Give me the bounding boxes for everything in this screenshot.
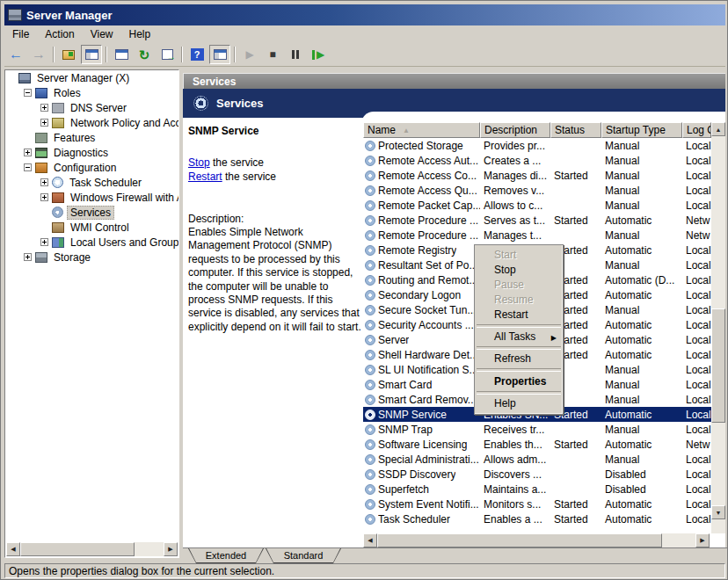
roles-icon <box>35 88 47 98</box>
horizontal-scrollbar[interactable]: ◀ ▶ <box>363 533 710 547</box>
expand-plus-icon[interactable] <box>40 238 48 246</box>
pause-service-button[interactable] <box>285 45 306 64</box>
table-row-software-licensing[interactable]: Software LicensingEnables th...StartedAu… <box>363 437 711 452</box>
help-button[interactable]: ? <box>186 45 207 64</box>
table-row-snmp-trap[interactable]: SNMP TrapReceives tr...ManualLocal <box>363 422 711 437</box>
scroll-right-icon[interactable]: ▶ <box>695 533 710 547</box>
toolbar-separator <box>106 47 107 62</box>
expand-plus-icon[interactable] <box>40 178 48 186</box>
tree-item-dns-server[interactable]: DNS Server <box>5 100 178 115</box>
table-row-remote-access-co[interactable]: Remote Access Co...Manages di...StartedM… <box>363 168 711 183</box>
cell-name: SSDP Discovery <box>363 468 480 481</box>
column-header-name[interactable]: Name▲ <box>363 122 480 138</box>
scroll-up-icon[interactable]: ▲ <box>711 122 725 136</box>
back-button[interactable]: ← <box>5 45 26 64</box>
cell-description: Provides pr... <box>480 140 550 152</box>
export-list-button[interactable] <box>157 45 178 64</box>
table-row-remote-procedure[interactable]: Remote Procedure ...Manages t...ManualNe… <box>363 228 711 243</box>
cell-startup: Automatic <box>601 319 682 331</box>
cell-description: Allows adm... <box>480 453 550 466</box>
properties-window-button[interactable] <box>111 45 132 64</box>
table-row-superfetch[interactable]: SuperfetchMaintains a...DisabledLocal <box>363 482 711 497</box>
restart-service-link[interactable]: Restart <box>188 170 222 183</box>
expand-minus-icon[interactable] <box>24 163 32 171</box>
table-row-protected-storage[interactable]: Protected StorageProvides pr...ManualLoc… <box>363 138 711 153</box>
table-row-special-administrati[interactable]: Special Administrati...Allows adm...Manu… <box>363 452 711 467</box>
up-folder-button[interactable] <box>58 45 79 64</box>
tree-item-server-manager-x[interactable]: Server Manager (X) <box>5 70 178 85</box>
table-row-remote-procedure[interactable]: Remote Procedure ...Serves as t...Starte… <box>363 213 711 228</box>
context-menu-item-stop[interactable]: Stop <box>475 263 563 278</box>
cell-logon: Local <box>682 424 711 436</box>
expand-plus-icon[interactable] <box>40 119 48 127</box>
restart-service-button[interactable]: ▶ <box>308 45 329 64</box>
expand-plus-icon[interactable] <box>40 193 48 201</box>
title-bar[interactable]: Server Manager <box>4 4 725 25</box>
column-header-status[interactable]: Status <box>550 122 601 138</box>
scroll-thumb[interactable] <box>377 533 662 547</box>
service-gear-icon <box>365 230 375 241</box>
cell-startup: Manual <box>601 304 682 316</box>
menu-view[interactable]: View <box>83 26 121 42</box>
context-menu-item-restart[interactable]: Restart <box>475 308 563 323</box>
tab-standard[interactable]: Standard <box>266 548 341 563</box>
toolbar-separator <box>53 47 55 62</box>
tree-item-roles[interactable]: Roles <box>5 85 178 100</box>
table-row-task-scheduler[interactable]: Task SchedulerEnables a ...StartedAutoma… <box>363 511 711 526</box>
tab-extended[interactable]: Extended <box>188 548 264 563</box>
local-users-icon <box>52 237 64 248</box>
tree-item-network-policy-and-access[interactable]: Network Policy and Access <box>5 115 178 130</box>
tree-item-label: WMI Control <box>68 221 132 234</box>
expand-minus-icon[interactable] <box>24 89 32 97</box>
tree-item-wmi-control[interactable]: WMI Control <box>5 220 178 235</box>
context-menu-item-all-tasks[interactable]: All Tasks▶ <box>475 330 563 344</box>
stop-service-link[interactable]: Stop <box>188 156 210 169</box>
tree-item-windows-firewall-with-adva[interactable]: Windows Firewall with Adva <box>5 190 178 205</box>
menu-action[interactable]: Action <box>37 26 82 42</box>
context-menu-item-properties[interactable]: Properties <box>475 373 563 389</box>
context-menu-item-help[interactable]: Help <box>475 396 563 411</box>
tree-item-configuration[interactable]: Configuration <box>5 160 178 175</box>
table-row-remote-access-qu[interactable]: Remote Access Qu...Removes v...ManualLoc… <box>363 183 711 198</box>
tree-item-storage[interactable]: Storage <box>5 250 178 265</box>
scroll-left-icon[interactable]: ◀ <box>6 542 20 556</box>
table-row-system-event-notifi[interactable]: System Event Notifi...Monitors s...Start… <box>363 497 711 511</box>
scroll-down-icon[interactable]: ▼ <box>711 505 725 519</box>
menu-file[interactable]: File <box>4 26 37 42</box>
tree-item-features[interactable]: Features <box>5 130 178 145</box>
scroll-left-icon[interactable]: ◀ <box>363 533 377 547</box>
column-header-startup-type[interactable]: Startup Type <box>601 122 682 138</box>
scroll-thumb[interactable] <box>711 308 725 423</box>
cell-logon: Local <box>682 289 711 301</box>
submenu-arrow-icon: ▶ <box>551 330 557 345</box>
refresh-button[interactable]: ↻ <box>134 45 155 64</box>
menu-help[interactable]: Help <box>121 26 159 42</box>
tree-item-services[interactable]: Services <box>5 205 178 220</box>
start-service-icon: ▶ <box>245 48 253 61</box>
scroll-right-icon[interactable]: ▶ <box>164 542 178 556</box>
expand-plus-icon[interactable] <box>24 253 32 261</box>
cell-startup: Automatic <box>601 513 682 526</box>
scroll-thumb[interactable] <box>20 542 135 556</box>
table-row-remote-packet-cap[interactable]: Remote Packet Cap...Allows to c...Manual… <box>363 198 711 213</box>
status-bar: Opens the properties dialog box for the … <box>4 563 725 578</box>
tree-horizontal-scrollbar[interactable]: ◀ ▶ <box>6 542 178 556</box>
cell-logon: Local <box>682 199 711 212</box>
column-header-description[interactable]: Description <box>480 122 550 138</box>
expand-plus-icon[interactable] <box>24 149 32 156</box>
expand-plus-icon[interactable] <box>40 104 48 112</box>
service-gear-icon <box>365 305 375 315</box>
tree-item-local-users-and-groups[interactable]: Local Users and Groups <box>5 235 178 250</box>
window-title: Server Manager <box>26 9 113 22</box>
column-header-log-o[interactable]: Log O <box>682 122 711 138</box>
show-action-pane-button[interactable] <box>209 45 230 64</box>
cell-name: Remote Access Aut... <box>363 155 480 167</box>
table-row-remote-access-aut[interactable]: Remote Access Aut...Creates a ...ManualL… <box>363 153 711 168</box>
tree-item-task-scheduler[interactable]: Task Scheduler <box>5 175 178 190</box>
tree-item-diagnostics[interactable]: Diagnostics <box>5 145 178 160</box>
vertical-scrollbar[interactable]: ▲ ▼ <box>711 122 725 533</box>
show-console-tree-button[interactable] <box>81 45 102 64</box>
stop-service-button[interactable]: ■ <box>262 45 283 64</box>
table-row-ssdp-discovery[interactable]: SSDP DiscoveryDiscovers ...DisabledLocal <box>363 467 711 482</box>
context-menu-item-refresh[interactable]: Refresh <box>475 352 563 366</box>
